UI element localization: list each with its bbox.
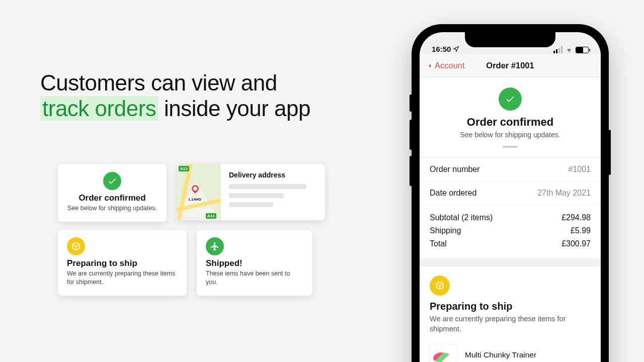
nav-bar: Account Order #1001 — [420, 54, 601, 77]
hero-sub: See below for shipping updates. — [430, 131, 591, 139]
product-thumbnail — [430, 344, 458, 362]
totals: Subtotal (2 items) £294.98 Shipping £5.9… — [420, 205, 601, 258]
hero-title: Order confirmed — [430, 116, 591, 129]
card-title: Order confirmed — [67, 193, 157, 203]
placeholder-line — [229, 184, 306, 189]
wifi-icon — [565, 47, 573, 53]
battery-icon — [576, 47, 589, 53]
phone-screen: 16:50 Account Order #1001 Order confirme… — [420, 32, 601, 362]
card-order-confirmed: Order confirmed See below for shipping u… — [58, 164, 167, 222]
row-label: Shipping — [430, 226, 461, 235]
phone-notch — [465, 32, 555, 47]
placeholder-line — [229, 193, 284, 198]
card-preparing: Preparing to ship We are currently prepa… — [58, 230, 187, 296]
card-shipped: Shipped! These iems have been sent to yo… — [197, 230, 312, 296]
headline-emph: track orders — [40, 96, 158, 121]
row-label: Subtotal (2 items) — [430, 213, 493, 222]
row-value: £5.99 — [571, 226, 591, 235]
nav-title: Order #1001 — [486, 61, 534, 70]
package-icon — [67, 237, 85, 255]
row-order-number: Order number #1001 — [420, 157, 601, 181]
ship-title: Preparing to ship — [430, 301, 591, 312]
chevron-left-icon — [426, 62, 434, 70]
road-badge-icon: A11 — [206, 213, 216, 219]
phone-side-button — [608, 130, 611, 175]
row-value: £300.97 — [561, 239, 591, 248]
back-button[interactable]: Account — [426, 61, 465, 70]
row-label: Order number — [430, 165, 480, 174]
headline-part2: inside your app — [164, 96, 310, 121]
phone-side-button — [410, 156, 412, 186]
plane-icon — [206, 237, 224, 255]
card-title: Shipped! — [206, 258, 303, 268]
road-badge-icon: A11 — [179, 166, 189, 171]
row-shipping: Shipping £5.99 — [430, 224, 591, 237]
card-delivery-address: A11 A11 L14HD Delivery address — [177, 164, 325, 220]
row-total: Total £300.97 — [430, 237, 591, 250]
order-hero: Order confirmed See below for shipping u… — [420, 77, 601, 157]
map-postcode: L14HD — [188, 197, 202, 202]
signal-icon — [553, 46, 562, 53]
row-value: £294.98 — [561, 213, 591, 222]
row-value: 27th May 2021 — [537, 189, 591, 198]
order-details: Order number #1001 Date ordered 27th May… — [420, 157, 601, 259]
map-thumbnail: A11 A11 L14HD — [177, 164, 221, 220]
row-date-ordered: Date ordered 27th May 2021 — [420, 181, 601, 205]
headline: Customers can view and track orders insi… — [40, 70, 310, 121]
phone-frame: 16:50 Account Order #1001 Order confirme… — [412, 24, 609, 362]
row-value: #1001 — [569, 165, 591, 174]
status-time: 16:50 — [432, 45, 451, 53]
phone-side-button — [410, 95, 412, 112]
product-row[interactable]: Multi Chunky Trainer — [420, 344, 601, 362]
check-icon — [103, 172, 121, 190]
placeholder-line — [229, 202, 273, 207]
shipping-section: Preparing to ship We are currently prepa… — [420, 266, 601, 344]
row-label: Date ordered — [430, 189, 476, 198]
package-icon — [430, 276, 450, 296]
check-icon — [499, 87, 522, 111]
grab-handle-icon — [503, 146, 518, 148]
row-label: Total — [430, 239, 447, 248]
card-sub: See below for shipping updates. — [67, 204, 157, 213]
card-title: Delivery address — [229, 171, 317, 179]
headline-part1: Customers can view and — [40, 70, 277, 95]
map-pin-icon — [189, 182, 201, 195]
card-title: Preparing to ship — [67, 258, 178, 268]
row-subtotal: Subtotal (2 items) £294.98 — [430, 211, 591, 224]
product-name: Multi Chunky Trainer — [465, 350, 536, 359]
ship-sub: We are currently preparing these items f… — [430, 314, 591, 334]
card-sub: We are currently preparing these items f… — [67, 269, 178, 287]
location-icon — [453, 46, 459, 52]
back-label: Account — [435, 61, 465, 70]
phone-side-button — [410, 120, 412, 150]
card-sub: These iems have been sent to you. — [206, 269, 303, 287]
